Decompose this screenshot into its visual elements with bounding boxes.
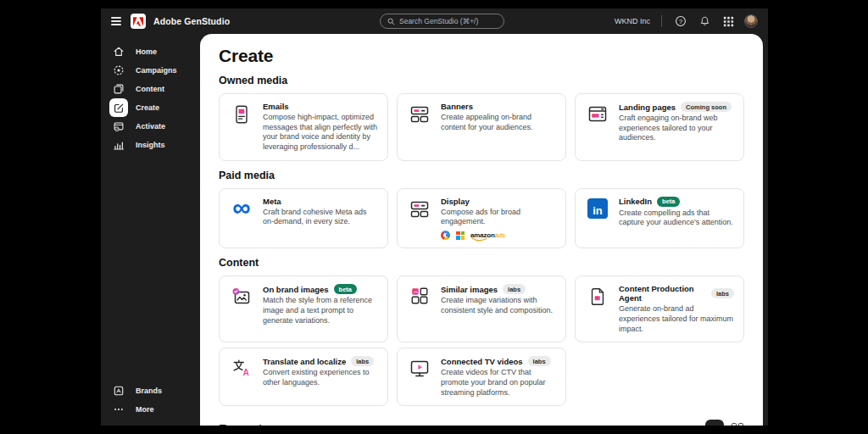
card-description: Generate on-brand ad experiences tailore…	[619, 304, 734, 334]
svg-text:?: ?	[679, 18, 682, 25]
card-description: Craft engaging on-brand web experiences …	[619, 114, 734, 143]
card-on-brand-images[interactable]: On brand images beta Match the style fro…	[219, 275, 388, 342]
sidebar-item-activate[interactable]: Activate	[101, 117, 200, 136]
list-view-icon	[709, 424, 720, 426]
card-description: Compose ads for broad engagement.	[441, 208, 556, 227]
sidebar-item-campaigns[interactable]: Campaigns	[101, 61, 200, 80]
sidebar-item-more[interactable]: More	[101, 400, 200, 419]
on-brand-images-icon	[229, 284, 254, 334]
section-heading-paid-media: Paid media	[219, 170, 744, 181]
emails-icon	[229, 102, 254, 153]
card-similar-images[interactable]: Similar images labs Create image variati…	[397, 275, 566, 342]
help-icon[interactable]: ?	[673, 14, 688, 29]
display-partner-logos: amazonads	[441, 231, 556, 240]
topbar: Adobe GenStudio WKND Inc ?	[101, 8, 768, 34]
card-title: LinkedIn	[619, 197, 652, 206]
card-title: Translate and localize	[263, 357, 346, 366]
campaigns-icon	[109, 61, 128, 80]
beta-badge: beta	[334, 284, 357, 294]
coming-soon-badge: Coming soon	[681, 102, 732, 112]
similar-images-icon	[407, 284, 432, 334]
card-title: Emails	[263, 102, 289, 111]
card-display[interactable]: Display Compose ads for broad engagement…	[397, 188, 566, 248]
linkedin-logo: in	[585, 197, 610, 240]
grid-view-button[interactable]	[731, 422, 744, 426]
card-emails[interactable]: Emails Compose high-impact, optimized me…	[219, 93, 388, 161]
user-avatar[interactable]	[744, 14, 758, 28]
insights-icon	[109, 136, 128, 154]
more-dots-icon	[109, 400, 128, 419]
search-icon	[387, 18, 395, 25]
card-title: Content Production Agent	[619, 284, 706, 303]
display-icon	[407, 197, 432, 240]
connected-tv-icon	[407, 356, 432, 398]
app-window: Adobe GenStudio WKND Inc ?	[101, 8, 768, 426]
card-title: On brand images	[263, 285, 329, 294]
microsoft-logo	[456, 231, 465, 240]
card-content-production-agent[interactable]: Content Production Agent labs Generate o…	[575, 275, 744, 342]
meta-logo: ∞	[229, 197, 254, 240]
card-description: Create compelling ads that capture your …	[619, 209, 734, 228]
translate-localize-icon: A	[229, 356, 254, 398]
app-title: Adobe GenStudio	[153, 16, 230, 26]
card-connected-tv-videos[interactable]: Connected TV videos labs Create videos f…	[397, 348, 566, 406]
list-view-button[interactable]	[705, 420, 724, 426]
beta-badge: beta	[657, 197, 680, 207]
card-description: Create videos for CTV that promote your …	[441, 368, 556, 398]
amazon-ads-logo: amazonads	[470, 231, 505, 239]
card-title: Banners	[441, 102, 473, 111]
card-description: Compose high-impact, optimized messages …	[263, 113, 378, 153]
sidebar-label: Activate	[136, 122, 165, 131]
content-production-agent-icon	[585, 284, 610, 334]
notifications-bell-icon[interactable]	[697, 14, 712, 29]
card-banners[interactable]: Banners Create appealing on-brand conten…	[397, 93, 566, 161]
activate-icon	[109, 117, 128, 136]
recents-heading: Recents	[219, 421, 270, 426]
card-translate-localize[interactable]: A Translate and localize labs Convert ex…	[219, 348, 388, 406]
adobe-logo[interactable]	[131, 14, 146, 29]
card-description: Match the style from a reference image a…	[263, 296, 378, 326]
create-icon	[109, 98, 128, 117]
content-icon	[109, 80, 128, 98]
section-heading-content: Content	[219, 257, 744, 269]
labs-badge: labs	[351, 356, 374, 366]
search-input[interactable]	[399, 17, 497, 25]
brands-icon	[109, 381, 128, 400]
content-cards: On brand images beta Match the style fro…	[219, 275, 744, 406]
card-title: Connected TV videos	[441, 357, 523, 366]
labs-badge: labs	[711, 288, 734, 298]
landing-pages-icon	[585, 102, 610, 153]
sidebar-label: More	[136, 405, 154, 414]
card-title: Meta	[263, 197, 281, 206]
google-logo	[441, 231, 450, 240]
sidebar-label: Create	[136, 103, 159, 112]
screen: Adobe GenStudio WKND Inc ?	[0, 0, 868, 434]
sidebar-label: Home	[136, 47, 157, 56]
sidebar-item-home[interactable]: Home	[101, 42, 200, 61]
card-description: Create image variations with consistent …	[441, 296, 556, 315]
card-description: Create appealing on-brand content for yo…	[441, 113, 556, 132]
card-description: Convert existing experiences to other la…	[263, 368, 378, 387]
paid-media-cards: ∞ Meta Craft brand cohesive Meta ads on-…	[219, 188, 744, 248]
hamburger-menu-icon[interactable]	[108, 13, 125, 30]
sidebar-label: Campaigns	[136, 66, 177, 75]
page-title: Create	[219, 46, 744, 66]
card-meta[interactable]: ∞ Meta Craft brand cohesive Meta ads on-…	[219, 188, 388, 248]
org-name[interactable]: WKND Inc	[615, 17, 650, 25]
sidebar-item-create[interactable]: Create	[101, 98, 200, 117]
card-landing-pages[interactable]: Landing pages Coming soon Craft engaging…	[575, 93, 744, 161]
home-icon	[109, 42, 128, 61]
owned-media-cards: Emails Compose high-impact, optimized me…	[219, 93, 744, 161]
sidebar-item-content[interactable]: Content	[101, 80, 200, 98]
card-title: Display	[441, 197, 470, 206]
app-switcher-grid-icon[interactable]	[721, 14, 736, 29]
topbar-divider	[661, 15, 662, 27]
sidebar-item-brands[interactable]: Brands	[101, 381, 200, 400]
svg-text:A: A	[242, 368, 249, 377]
sidebar-label: Content	[136, 85, 164, 93]
sidebar-item-insights[interactable]: Insights	[101, 136, 200, 154]
labs-badge: labs	[503, 284, 526, 294]
banners-icon	[407, 102, 432, 153]
global-search[interactable]	[380, 14, 504, 29]
card-linkedin[interactable]: in LinkedIn beta Create compelling ads t…	[575, 188, 744, 248]
